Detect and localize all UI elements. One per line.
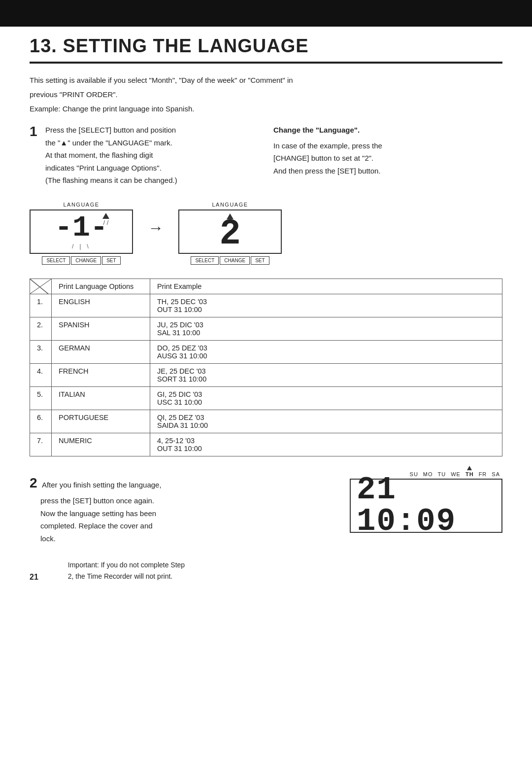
select-btn2[interactable]: SELECT	[191, 256, 219, 265]
displays-row: LANGUAGE / / ‑1‑ / | \ SELECT	[30, 202, 502, 265]
step1-right-line3: And then press the [SET] button.	[273, 167, 381, 175]
intro-line1: This setting is available if you select …	[30, 74, 502, 87]
step2-line1: After you finish setting the language,	[42, 481, 162, 489]
table-row-num: 4.	[30, 363, 52, 386]
display1-buttons: SELECT CHANGE SET	[42, 256, 120, 265]
step2-line5: lock.	[40, 534, 56, 543]
step2-section: 2 After you finish setting the language,…	[30, 471, 502, 545]
page-title: 13. SETTING THE LANGUAGE	[30, 35, 502, 57]
display1-label: LANGUAGE	[63, 202, 99, 208]
step1-header: 1 Press the [SELECT] button and position…	[30, 124, 502, 187]
table-row-lang: ENGLISH	[52, 294, 150, 317]
arrow-right: →	[148, 219, 164, 237]
step2-number: 2	[30, 475, 37, 490]
step1-left-text: Press the [SELECT] button and position t…	[45, 124, 259, 187]
table-row-lang: PORTUGUESE	[52, 410, 150, 433]
lang-table-body: 1.ENGLISHTH, 25 DEC '03OUT 31 10:002.SPA…	[30, 294, 502, 456]
step2-right: SU MO TU WE TH FR SA 21 10:09	[350, 471, 502, 533]
table-row: 2.SPANISHJU, 25 DIC '03SAL 31 10:00	[30, 317, 502, 340]
table-header-diagonal	[30, 279, 52, 294]
table-row: 3.GERMANDO, 25 DEZ '03AUSG 31 10:00	[30, 340, 502, 363]
table-row-num: 6.	[30, 410, 52, 433]
display2-digit: 2	[219, 216, 240, 252]
display1-digit: ‑1‑	[55, 213, 108, 243]
table-row-example: JE, 25 DEC '03SORT 31 10:00	[150, 363, 502, 386]
table-row-num: 5.	[30, 386, 52, 410]
step1-right-title: Change the "Language".	[273, 124, 502, 137]
table-row-num: 1.	[30, 294, 52, 317]
display1-wrapper: LANGUAGE / / ‑1‑ / | \ SELECT	[30, 202, 133, 265]
intro-line2: previous "PRINT ORDER".	[30, 89, 502, 101]
footer-note1: Important: If you do not complete Step	[68, 561, 185, 569]
step2-lcd-digits: 21 10:09	[357, 474, 496, 537]
top-bar	[0, 0, 532, 27]
table-row-example: GI, 25 DIC '03USC 31 10:00	[150, 386, 502, 410]
display2-buttons: SELECT CHANGE SET	[191, 256, 269, 265]
intro-line3: Example: Change the print language into …	[30, 103, 502, 115]
page-footer: 21 Important: If you do not complete Ste…	[30, 559, 502, 582]
step1-right-line2: [CHANGE] button to set at "2".	[273, 154, 373, 162]
step1-line1: Press the [SELECT] button and position	[45, 126, 176, 134]
title-divider	[30, 62, 502, 64]
table-header-row: Print Language Options Print Example	[30, 279, 502, 294]
table-row-lang: SPANISH	[52, 317, 150, 340]
display2-lcd: 2	[178, 209, 282, 254]
table-row: 1.ENGLISHTH, 25 DEC '03OUT 31 10:00	[30, 294, 502, 317]
table-row-num: 3.	[30, 340, 52, 363]
table-row-num: 2.	[30, 317, 52, 340]
display1-lcd: / / ‑1‑ / | \	[30, 209, 133, 254]
step1-right-line1: In case of the example, press the	[273, 141, 382, 150]
set-btn1[interactable]: SET	[102, 256, 120, 265]
page-number: 21	[30, 573, 38, 582]
step1-section: 1 Press the [SELECT] button and position…	[30, 124, 502, 456]
display2-label: LANGUAGE	[212, 202, 248, 208]
set-btn2[interactable]: SET	[251, 256, 269, 265]
svg-line-0	[30, 279, 52, 294]
table-row-example: JU, 25 DIC '03SAL 31 10:00	[150, 317, 502, 340]
table-row: 5.ITALIANGI, 25 DIC '03USC 31 10:00	[30, 386, 502, 410]
footer-note2: 2, the Time Recorder will not print.	[68, 572, 172, 580]
footer-note: Important: If you do not complete Step 2…	[68, 559, 185, 582]
table-row-lang: FRENCH	[52, 363, 150, 386]
table-row-lang: NUMERIC	[52, 433, 150, 456]
step2-left: 2 After you finish setting the language,…	[30, 471, 330, 545]
change-btn1[interactable]: CHANGE	[71, 256, 101, 265]
table-row: 7.NUMERIC4, 25-12 '03OUT 31 10:00	[30, 433, 502, 456]
table-row-lang: ITALIAN	[52, 386, 150, 410]
table-row-example: TH, 25 DEC '03OUT 31 10:00	[150, 294, 502, 317]
step2-line4: completed. Replace the cover and	[40, 522, 153, 530]
select-btn1[interactable]: SELECT	[42, 256, 70, 265]
table-row-num: 7.	[30, 433, 52, 456]
step2-lcd: 21 10:09	[350, 479, 502, 533]
display2-wrapper: LANGUAGE 2 SELECT CHANGE SET	[178, 202, 282, 265]
table-row: 6.PORTUGUESEQI, 25 DEZ '03SAIDA 31 10:00	[30, 410, 502, 433]
step1-line2: the "▲" under the "LANGUAGE" mark.	[45, 139, 172, 147]
language-table: Print Language Options Print Example 1.E…	[30, 279, 502, 456]
step1-line4: indicates "Print Language Options".	[45, 164, 162, 172]
table-row-lang: GERMAN	[52, 340, 150, 363]
step2-line2: press the [SET] button once again.	[40, 496, 154, 505]
table-row-example: 4, 25-12 '03OUT 31 10:00	[150, 433, 502, 456]
step1-right-text: Change the "Language". In case of the ex…	[273, 124, 502, 187]
step1-line3: At that moment, the flashing digit	[45, 151, 153, 159]
step2-line3: Now the language setting has been	[40, 509, 156, 518]
step1-number: 1	[30, 124, 40, 187]
table-header-lang: Print Language Options	[52, 279, 150, 294]
table-header-example: Print Example	[150, 279, 502, 294]
page-content: 13. SETTING THE LANGUAGE This setting is…	[0, 35, 532, 601]
step1-line5: (The flashing means it can be changed.)	[45, 176, 177, 184]
triangle-indicator2	[227, 213, 233, 219]
table-row-example: DO, 25 DEZ '03AUSG 31 10:00	[150, 340, 502, 363]
table-row-example: QI, 25 DEZ '03SAIDA 31 10:00	[150, 410, 502, 433]
change-btn2[interactable]: CHANGE	[220, 256, 250, 265]
table-row: 4.FRENCHJE, 25 DEC '03SORT 31 10:00	[30, 363, 502, 386]
